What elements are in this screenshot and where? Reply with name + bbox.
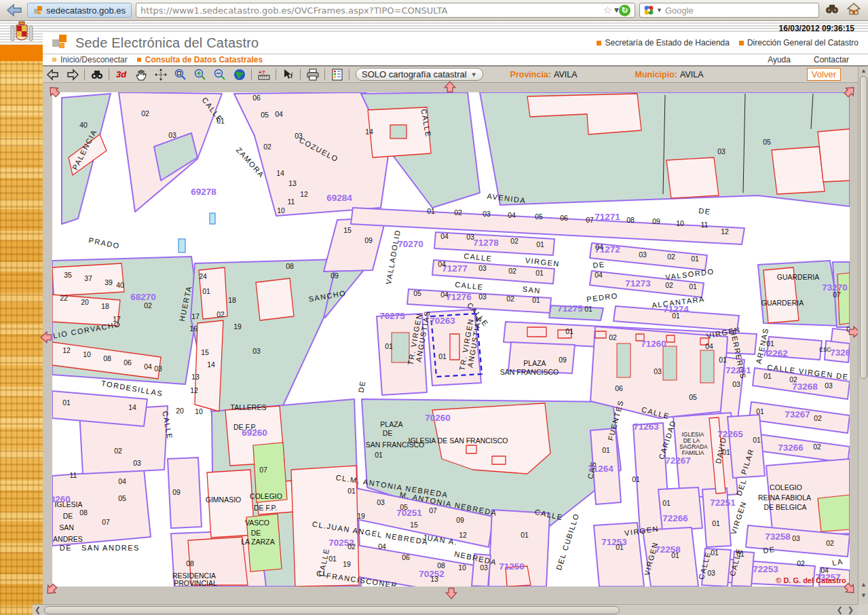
map-label: 12	[721, 227, 729, 236]
scroll-up-icon[interactable]: ▲	[861, 581, 867, 588]
map-label: 40	[79, 121, 88, 129]
pan-up-arrow[interactable]	[442, 81, 457, 96]
3d-view-button[interactable]: 3d	[111, 67, 131, 82]
search-placeholder: Google	[665, 5, 694, 16]
map-label: 04	[820, 566, 829, 574]
map-label: 03	[825, 381, 833, 390]
horizontal-scrollbar[interactable]: ❮ ❮ ❯	[33, 604, 858, 615]
nav-ayuda[interactable]: Ayuda	[768, 55, 791, 64]
map-label: 18	[228, 296, 236, 304]
scroll-left-icon[interactable]: ❮	[35, 605, 41, 614]
map-label: 05	[535, 212, 543, 221]
map-label: 02	[263, 143, 271, 151]
street-name-label: CALLE	[455, 280, 484, 291]
map-label: 10	[195, 407, 203, 415]
volver-button[interactable]: Volver	[807, 68, 841, 81]
street-name-label: SAN ANDRES	[81, 544, 140, 552]
nav-inicio-desconectar[interactable]: Inicio/Desconectar	[52, 55, 128, 64]
block-number-label: 69284	[326, 193, 352, 203]
map-label: 02	[144, 301, 152, 310]
map-label: 01	[722, 448, 730, 456]
url-dropdown-icon[interactable]: ▼	[614, 7, 619, 14]
map-label: 03	[154, 365, 162, 373]
map-label: 10	[83, 350, 91, 358]
map-label: LA ZARZA	[241, 538, 275, 546]
info-button[interactable]: i	[278, 67, 298, 82]
map-label: 06	[124, 358, 132, 367]
print-button[interactable]	[303, 67, 322, 82]
map-label: 01	[691, 255, 699, 263]
pan-button[interactable]	[131, 67, 151, 82]
next-view-icon	[66, 69, 79, 81]
legend-button[interactable]	[327, 67, 347, 82]
map-label: COLEGIO	[770, 483, 802, 491]
street-name-label: CALLE	[464, 252, 493, 263]
block-number-label: 72251	[710, 498, 736, 508]
map-label: 01	[766, 339, 774, 348]
measure-button[interactable]: +?	[254, 67, 273, 82]
map-label: 13	[288, 179, 297, 187]
zoom-window-button[interactable]	[170, 67, 190, 82]
move-button[interactable]	[151, 67, 170, 82]
scroll-down-icon[interactable]: ▼	[861, 592, 867, 599]
map-label: 01	[753, 436, 761, 444]
map-label: 03	[466, 233, 474, 241]
map-label: 01	[736, 550, 744, 558]
vertical-scroll-thumb[interactable]	[860, 76, 867, 379]
print-icon	[306, 69, 320, 81]
zoom-out-button[interactable]	[210, 67, 229, 82]
block-number-label: 73262	[830, 348, 850, 358]
map-label: ANDRES	[53, 535, 83, 543]
map-label: 01	[662, 499, 671, 507]
previous-view-button[interactable]	[43, 67, 62, 82]
cadastral-map-canvas[interactable]: CALLEPALENCIAZAMORACOZUELOCALLEAVENIDADE…	[52, 92, 850, 586]
bookmark-star-icon[interactable]: ☆	[603, 4, 612, 16]
map-label: 14	[276, 169, 284, 177]
map-label: 02	[665, 281, 673, 289]
map-label: DE	[383, 429, 393, 437]
pan-left-arrow[interactable]	[40, 330, 55, 345]
map-label: 01	[375, 451, 383, 459]
pan-down-arrow[interactable]	[444, 584, 459, 599]
block-number-label: 69260	[242, 428, 267, 438]
main-nav: Inicio/Desconectar Consulta de Datos Cat…	[43, 54, 868, 67]
map-label: PLAZA	[523, 359, 546, 367]
map-label: 35	[64, 271, 72, 279]
org-catastro[interactable]: Dirección General del Catastro	[739, 38, 858, 48]
zoom-in-button[interactable]	[190, 67, 210, 82]
home-button[interactable]	[845, 3, 863, 18]
block-number-label: 71250	[499, 561, 525, 572]
map-label: 01	[689, 282, 697, 291]
site-identity-button[interactable]: sedecatastro.gob.es	[27, 3, 132, 18]
horizontal-scroll-thumb[interactable]	[44, 606, 620, 614]
search-input[interactable]: ▼ Google	[639, 3, 819, 18]
map-label: 37	[84, 274, 92, 282]
scroll-left-icon[interactable]: ❮	[837, 605, 843, 614]
full-extent-button[interactable]	[229, 67, 249, 82]
map-label: 04	[595, 271, 603, 279]
org-hacienda[interactable]: Secretaría de Estado de Hacienda	[597, 38, 729, 48]
reload-icon[interactable]: ↻	[619, 5, 630, 16]
map-label: 03	[168, 131, 176, 139]
search-engine-dropdown-icon[interactable]: ▼	[656, 7, 662, 14]
map-label: DE	[63, 512, 73, 520]
svg-text:i: i	[290, 71, 293, 79]
map-label: 05	[413, 289, 421, 297]
map-label: 03	[654, 367, 662, 375]
next-view-button[interactable]	[62, 67, 82, 82]
map-label: 05	[763, 138, 771, 146]
scroll-right-icon[interactable]: ❯	[848, 605, 854, 614]
layer-select[interactable]: SOLO cartografía catastral▼	[356, 68, 483, 81]
url-input[interactable]: https://www1.sedecatastro.gob.es/OVCFram…	[136, 3, 635, 18]
binoculars-button[interactable]	[823, 3, 841, 17]
map-label: 01	[632, 475, 640, 483]
map-label: 01	[565, 327, 573, 335]
vertical-scrollbar[interactable]: ▲ ▲ ▼	[858, 67, 868, 604]
search-button[interactable]	[87, 67, 107, 82]
nav-consulta-datos[interactable]: Consulta de Datos Catastrales	[137, 55, 263, 64]
nav-contactar[interactable]: Contactar	[814, 55, 849, 64]
block-number-label: 70270	[398, 239, 423, 249]
browser-back-button[interactable]	[5, 2, 23, 18]
scroll-up-icon[interactable]: ▲	[861, 67, 867, 74]
map-label: 09	[559, 356, 567, 364]
